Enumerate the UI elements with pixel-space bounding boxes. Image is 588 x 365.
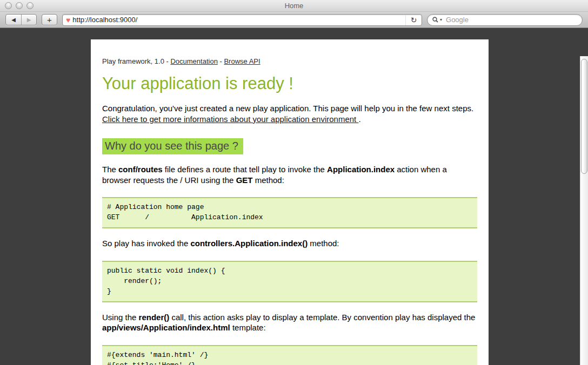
template-path-term: app/views/Application/index.html [102,323,230,332]
history-nav-control: ◀ ▶ [5,14,37,25]
meta-separator: - [218,57,224,65]
routes-code-block: # Application home page GET / Applicatio… [102,197,477,228]
invoked-text-1: So play has invoked the [102,239,190,248]
template-code-block: #{extends 'main.html' /} #{set title:'Ho… [102,345,477,365]
routes-text-2: file defines a route that tell play to i… [163,165,327,174]
plus-icon: + [47,15,52,24]
template-paragraph: Using the render() call, this action ask… [102,312,477,333]
intro-text: Congratulation, you've just created a ne… [102,104,473,113]
vertical-scrollbar[interactable]: ▲ ▼ [580,56,588,365]
url-text: http://localhost:9000/ [72,16,137,24]
page-body: Play framework, 1.0 - Documentation - Br… [91,39,489,365]
invoked-paragraph: So play has invoked the controllers.Appl… [102,238,477,249]
framework-meta-line: Play framework, 1.0 - Documentation - Br… [102,57,477,65]
browser-window: Home ◀ ▶ + ♥ http://localhost:9000/ ↻ ▾ … [0,0,588,365]
page-title: Your application is ready ! [102,74,477,93]
controller-method-term: controllers.Application.index() [190,239,308,248]
intro-paragraph: Congratulation, you've just created a ne… [102,103,477,124]
search-placeholder: Google [446,16,469,24]
scrollbar-thumb[interactable] [581,59,587,174]
application-index-term: Application.index [327,165,395,174]
heart-favicon-icon: ♥ [66,16,70,24]
browse-api-link[interactable]: Browse API [224,57,260,65]
routes-text-1: The [102,165,118,174]
action-code-block: public static void index() { render(); } [102,261,477,302]
template-text-1: Using the [102,313,139,322]
framework-version-text: Play framework, 1.0 - [102,57,170,65]
new-tab-button[interactable]: + [42,14,57,25]
why-heading: Why do you see this page ? [102,138,243,154]
documentation-link[interactable]: Documentation [170,57,217,65]
intro-suffix: . [358,114,360,124]
address-bar[interactable]: ♥ http://localhost:9000/ ↻ [62,14,422,26]
window-title: Home [0,2,588,10]
browser-toolbar: ◀ ▶ + ♥ http://localhost:9000/ ↻ ▾ Googl… [0,12,588,28]
render-call-term: render() [139,313,170,322]
search-options-caret-icon[interactable]: ▾ [440,17,442,22]
invoked-text-2: method: [308,239,339,248]
back-button[interactable]: ◀ [6,15,21,25]
template-text-2: call, this action asks play to display a… [169,313,475,322]
conf-routes-term: conf/routes [118,165,163,174]
reload-icon: ↻ [411,16,417,24]
title-bar: Home [0,0,588,12]
forward-button[interactable]: ▶ [21,15,36,25]
search-icon [432,17,438,23]
routes-text-4: method: [252,175,284,185]
routes-paragraph: The conf/routes file defines a route tha… [102,164,477,185]
viewport: Play framework, 1.0 - Documentation - Br… [0,28,588,365]
environment-info-link[interactable]: Click here to get more informations abou… [102,114,358,124]
forward-icon: ▶ [27,17,31,23]
template-text-3: template: [230,323,266,332]
reload-button[interactable]: ↻ [405,15,422,25]
get-method-term: GET [236,175,253,185]
search-input[interactable]: ▾ Google [427,14,583,26]
back-icon: ◀ [11,17,16,23]
